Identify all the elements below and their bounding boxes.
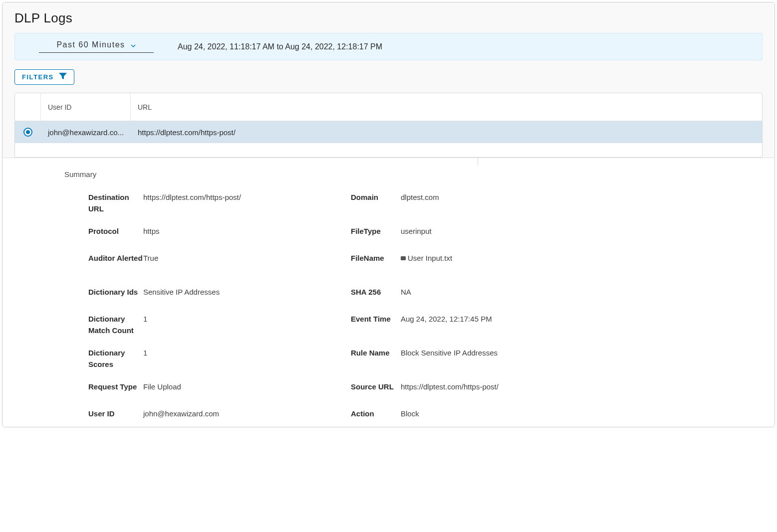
value-destination-url: https://dlptest.com/https-post/ (143, 191, 241, 203)
value-dictionary-match-count: 1 (143, 313, 147, 325)
time-range-select-label: Past 60 Minutes (56, 40, 125, 49)
label-filename: FileName (351, 252, 401, 264)
value-action: Block (401, 408, 419, 419)
label-event-time: Event Time (351, 313, 401, 325)
table-header-user-id[interactable]: User ID (41, 93, 131, 121)
label-user-id: User ID (88, 408, 143, 419)
summary-details: Destination URLhttps://dlptest.com/https… (64, 191, 775, 423)
radio-icon (23, 128, 32, 137)
filters-button[interactable]: FILTERS (14, 69, 74, 85)
value-dictionary-ids: Sensitive IP Addresses (143, 286, 220, 298)
value-filetype: userinput (401, 225, 432, 237)
value-auditor-alerted: True (143, 252, 158, 264)
page-title: DLP Logs (14, 10, 763, 26)
top-section: DLP Logs Past 60 Minutes Aug 24, 2022, 1… (2, 2, 775, 158)
label-sha256: SHA 256 (351, 286, 401, 298)
label-auditor-alerted: Auditor Alerted (88, 252, 143, 264)
label-request-type: Request Type (88, 381, 143, 392)
label-dictionary-ids: Dictionary Ids (88, 286, 143, 298)
value-user-id: john@hexawizard.com (143, 408, 219, 419)
label-rule-name: Rule Name (351, 347, 401, 358)
value-rule-name: Block Sensitive IP Addresses (401, 347, 498, 358)
filters-button-label: FILTERS (22, 73, 54, 81)
table-row[interactable]: john@hexawizard.co... https://dlptest.co… (15, 121, 762, 143)
value-dictionary-scores: 1 (143, 347, 147, 358)
app-frame: DLP Logs Past 60 Minutes Aug 24, 2022, 1… (2, 2, 775, 427)
cell-url: https://dlptest.com/https-post/ (131, 128, 762, 137)
value-filename: User Input.txt (401, 252, 452, 264)
label-action: Action (351, 408, 401, 419)
cell-user-id: john@hexawizard.co... (41, 128, 131, 137)
label-filetype: FileType (351, 225, 401, 237)
value-domain: dlptest.com (401, 191, 439, 203)
summary-col-right: Domaindlptest.com FileTypeuserinput File… (351, 191, 613, 423)
summary-col-left: Destination URLhttps://dlptest.com/https… (88, 191, 351, 423)
label-domain: Domain (351, 191, 401, 203)
value-sha256: NA (401, 286, 411, 298)
row-radio[interactable] (15, 128, 41, 137)
value-request-type: File Upload (143, 381, 181, 392)
table-header: User ID URL (15, 93, 762, 121)
label-dictionary-scores: Dictionary Scores (88, 347, 143, 370)
value-filename-text: User Input.txt (408, 254, 452, 262)
label-source-url: Source URL (351, 381, 401, 392)
value-source-url: https://dlptest.com/https-post/ (401, 381, 499, 392)
summary-heading: Summary (64, 170, 775, 178)
chevron-down-icon (130, 42, 136, 48)
time-range-bar: Past 60 Minutes Aug 24, 2022, 11:18:17 A… (14, 33, 763, 60)
label-destination-url: Destination URL (88, 191, 143, 215)
time-range-select[interactable]: Past 60 Minutes (39, 40, 154, 53)
value-event-time: Aug 24, 2022, 12:17:45 PM (401, 313, 492, 325)
label-dictionary-match-count: Dictionary Match Count (88, 313, 143, 337)
logs-table: User ID URL john@hexawizard.co... https:… (14, 93, 763, 158)
time-range-display: Aug 24, 2022, 11:18:17 AM to Aug 24, 202… (178, 42, 382, 51)
filter-icon (59, 73, 67, 81)
table-header-select (15, 93, 41, 121)
label-protocol: Protocol (88, 225, 143, 237)
table-header-url[interactable]: URL (131, 93, 762, 121)
details-section: Summary Destination URLhttps://dlptest.c… (2, 158, 775, 427)
vertical-divider (478, 158, 478, 165)
file-icon (401, 256, 406, 260)
value-protocol: https (143, 225, 160, 237)
